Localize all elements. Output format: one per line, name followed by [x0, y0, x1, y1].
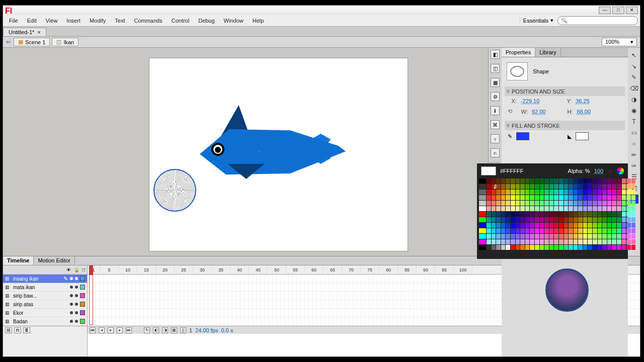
swatch-cell[interactable] [525, 212, 530, 217]
swatch-cell[interactable] [501, 184, 506, 189]
swatch-cell[interactable] [479, 184, 486, 189]
swatch-cell[interactable] [540, 234, 544, 239]
swatch-cell[interactable] [622, 206, 626, 211]
ruler-tick[interactable]: 90 [417, 265, 435, 274]
swatch-cell[interactable] [496, 206, 501, 211]
goto-first-button[interactable]: ⏮ [90, 327, 96, 333]
swatch-cell[interactable] [607, 239, 612, 244]
ruler-tick[interactable]: 15 [137, 265, 156, 274]
swatch-cell[interactable] [530, 217, 534, 222]
swatch-cell[interactable] [588, 178, 592, 184]
swatch-cell[interactable] [617, 184, 621, 189]
swatch-cell[interactable] [631, 206, 636, 211]
visibility-toggle[interactable] [70, 320, 73, 323]
swatch-cell[interactable] [535, 234, 539, 239]
swatch-cell[interactable] [602, 195, 607, 200]
swatch-cell[interactable] [506, 206, 510, 211]
swatch-cell[interactable] [516, 178, 520, 184]
swatch-cell[interactable] [631, 212, 636, 217]
swatch-cell[interactable] [578, 184, 583, 189]
swatch-cell[interactable] [501, 228, 506, 233]
swatch-cell[interactable] [574, 217, 578, 222]
swatch-cell[interactable] [487, 223, 491, 228]
swatch-cell[interactable] [520, 212, 525, 217]
swatch-cell[interactable] [602, 228, 607, 233]
swatch-cell[interactable] [622, 228, 626, 233]
tab-properties[interactable]: Properties [502, 48, 535, 57]
menu-view[interactable]: View [42, 16, 62, 25]
swatch-cell[interactable] [574, 234, 578, 239]
panel-shortcut-icon[interactable]: ⌘ [491, 120, 500, 129]
swatch-cell[interactable] [598, 190, 602, 195]
swatch-cell[interactable] [506, 195, 510, 200]
no-color-icon[interactable]: ⟋ [607, 168, 613, 174]
swatch-cell[interactable] [520, 190, 525, 195]
swatch-cell[interactable] [622, 212, 626, 217]
swatch-cell[interactable] [617, 178, 621, 184]
swatch-cell[interactable] [607, 190, 612, 195]
swatch-cell[interactable] [501, 223, 506, 228]
layer-row[interactable]: ▥ sirip atas [3, 300, 87, 309]
panel-shortcut-icon[interactable]: ◫ [491, 64, 500, 73]
swatch-cell[interactable] [612, 190, 616, 195]
ruler-tick[interactable]: 40 [230, 265, 249, 274]
swatch-cell[interactable] [564, 245, 569, 250]
swatch-cell[interactable] [626, 217, 631, 222]
swatch-cell[interactable] [617, 201, 621, 206]
swatch-cell[interactable] [626, 190, 631, 195]
swatch-cell[interactable] [496, 178, 501, 184]
swatch-cell[interactable] [549, 178, 554, 184]
swatch-cell[interactable] [578, 217, 583, 222]
swatch-cell[interactable] [516, 234, 520, 239]
color-swatch-grid[interactable] [479, 176, 626, 250]
swatch-cell[interactable] [540, 184, 544, 189]
swatch-cell[interactable] [479, 212, 486, 217]
swatch-cell[interactable] [520, 239, 525, 244]
outline-column-icon[interactable]: □ [83, 267, 85, 273]
swatch-cell[interactable] [564, 206, 569, 211]
swatch-cell[interactable] [554, 201, 558, 206]
menu-insert[interactable]: Insert [62, 16, 85, 25]
swatch-cell[interactable] [617, 239, 621, 244]
swatch-cell[interactable] [574, 223, 578, 228]
swatch-cell[interactable] [602, 184, 607, 189]
swatch-cell[interactable] [569, 217, 573, 222]
swatch-cell[interactable] [549, 206, 554, 211]
swatch-cell[interactable] [569, 223, 573, 228]
swatch-cell[interactable] [598, 206, 602, 211]
swatch-cell[interactable] [612, 212, 616, 217]
swatch-cell[interactable] [535, 206, 539, 211]
ruler-tick[interactable]: 25 [175, 265, 193, 274]
swatch-cell[interactable] [544, 234, 549, 239]
swatch-cell[interactable] [479, 228, 486, 233]
swatch-cell[interactable] [530, 223, 534, 228]
swatch-cell[interactable] [496, 245, 501, 250]
menu-control[interactable]: Control [168, 16, 193, 25]
swatch-cell[interactable] [544, 217, 549, 222]
lock-column-icon[interactable]: 🔒 [74, 267, 79, 273]
layer-row[interactable]: ▥ mata ikan [3, 283, 87, 292]
swatch-cell[interactable] [626, 234, 631, 239]
swatch-cell[interactable] [559, 184, 564, 189]
swatch-cell[interactable] [583, 212, 588, 217]
ruler-tick[interactable]: 20 [156, 265, 175, 274]
swatch-cell[interactable] [607, 228, 612, 233]
swatch-cell[interactable] [487, 201, 491, 206]
swatch-cell[interactable] [607, 234, 612, 239]
swatch-cell[interactable] [492, 239, 496, 244]
swatch-cell[interactable] [559, 201, 564, 206]
swatch-cell[interactable] [540, 206, 544, 211]
swatch-cell[interactable] [617, 223, 621, 228]
swatch-cell[interactable] [554, 195, 558, 200]
swatch-cell[interactable] [564, 201, 569, 206]
swatch-cell[interactable] [479, 201, 486, 206]
swatch-cell[interactable] [511, 234, 515, 239]
swatch-cell[interactable] [622, 195, 626, 200]
swatch-cell[interactable] [520, 234, 525, 239]
visibility-toggle[interactable] [70, 311, 73, 314]
color-wheel-icon[interactable] [617, 167, 624, 174]
layer-name[interactable]: sirip baw... [13, 293, 68, 299]
swatch-cell[interactable] [622, 217, 626, 222]
swatch-cell[interactable] [492, 245, 496, 250]
tool-button[interactable]: T [629, 117, 638, 126]
